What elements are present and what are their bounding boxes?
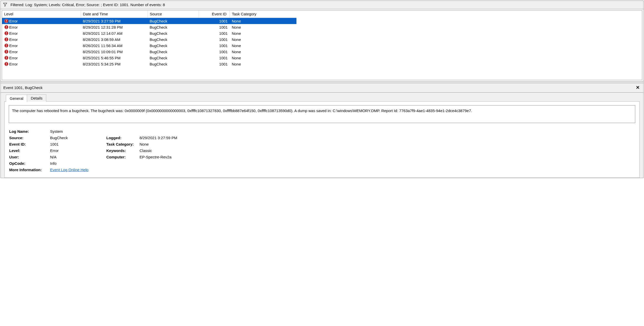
svg-rect-10: [6, 32, 7, 34]
cell-level: Error: [9, 56, 18, 60]
svg-rect-6: [6, 26, 7, 28]
cell-datetime: 8/29/2021 12:14:07 AM: [81, 30, 148, 36]
cell-taskcat: None: [230, 30, 296, 36]
cell-eventid: 1001: [199, 49, 230, 55]
table-row[interactable]: Error8/25/2021 10:09:01 PMBugCheck1001No…: [2, 49, 296, 55]
label-opcode: OpCode:: [9, 161, 50, 166]
cell-eventid: 1001: [199, 30, 230, 36]
table-row[interactable]: Error8/28/2021 3:08:59 AMBugCheck1001Non…: [2, 36, 296, 42]
svg-point-7: [6, 28, 7, 29]
svg-rect-18: [6, 44, 7, 46]
tab-general-body: The computer has rebooted from a bugchec…: [4, 101, 640, 178]
svg-point-19: [6, 46, 7, 47]
event-detail-pane: Event 1001, BugCheck ✕ General Details T…: [1, 83, 643, 178]
svg-point-23: [6, 52, 7, 53]
error-icon: [4, 31, 9, 36]
table-row[interactable]: Error8/29/2021 12:31:28 PMBugCheck1001No…: [2, 24, 296, 30]
error-icon: [4, 43, 9, 48]
tab-details[interactable]: Details: [27, 94, 46, 102]
filter-icon[interactable]: [3, 2, 7, 7]
close-icon[interactable]: ✕: [635, 85, 641, 90]
table-row[interactable]: Error8/26/2021 11:56:34 AMBugCheck1001No…: [2, 42, 296, 49]
cell-taskcat: None: [230, 24, 296, 30]
pane-splitter[interactable]: [1, 81, 643, 83]
error-icon: [4, 37, 9, 42]
cell-level: Error: [9, 37, 18, 42]
label-log-name: Log Name:: [9, 129, 50, 134]
error-icon: [4, 56, 9, 60]
table-empty-space: [2, 67, 642, 80]
cell-datetime: 8/29/2021 12:31:28 PM: [81, 24, 148, 30]
cell-taskcat: None: [230, 61, 296, 67]
value-source: BugCheck: [50, 136, 106, 140]
svg-rect-26: [6, 57, 7, 58]
table-row[interactable]: Error8/29/2021 3:27:59 PMBugCheck1001Non…: [2, 18, 296, 24]
cell-source: BugCheck: [148, 18, 199, 24]
svg-point-3: [6, 22, 7, 23]
error-icon: [4, 25, 9, 29]
cell-level: Error: [9, 25, 18, 29]
value-keywords: Classic: [140, 148, 221, 153]
value-logged: 8/29/2021 3:27:59 PM: [140, 136, 221, 140]
value-event-id: 1001: [50, 142, 106, 146]
cell-taskcat: None: [230, 55, 296, 61]
cell-datetime: 8/29/2021 3:27:59 PM: [81, 18, 148, 24]
filter-bar: Filtered: Log: System; Levels: Critical,…: [1, 1, 643, 9]
table-row[interactable]: Error8/29/2021 12:14:07 AMBugCheck1001No…: [2, 30, 296, 36]
cell-source: BugCheck: [148, 30, 199, 36]
svg-point-11: [6, 34, 7, 35]
cell-eventid: 1001: [199, 55, 230, 61]
svg-rect-30: [6, 63, 7, 64]
cell-source: BugCheck: [148, 36, 199, 42]
cell-eventid: 1001: [199, 24, 230, 30]
cell-datetime: 8/26/2021 11:56:34 AM: [81, 42, 148, 49]
value-user: N/A: [50, 155, 106, 159]
label-more-info: More Information:: [9, 168, 50, 172]
col-taskcat[interactable]: Task Category: [230, 10, 296, 18]
svg-rect-2: [6, 20, 7, 21]
col-source[interactable]: Source: [148, 10, 199, 18]
error-icon: [4, 49, 9, 54]
filter-summary: Filtered: Log: System; Levels: Critical,…: [10, 3, 165, 7]
cell-level: Error: [9, 31, 18, 36]
more-info-link[interactable]: Event Log Online Help: [50, 168, 88, 172]
label-keywords: Keywords:: [106, 148, 139, 153]
table-row[interactable]: Error8/25/2021 5:46:55 PMBugCheck1001Non…: [2, 55, 296, 61]
label-computer: Computer:: [106, 155, 139, 159]
cell-level: Error: [9, 62, 18, 66]
cell-taskcat: None: [230, 18, 296, 24]
detail-title: Event 1001, BugCheck: [3, 85, 42, 90]
cell-source: BugCheck: [148, 61, 199, 67]
col-datetime[interactable]: Date and Time: [81, 10, 148, 18]
svg-point-31: [6, 65, 7, 66]
cell-source: BugCheck: [148, 24, 199, 30]
cell-taskcat: None: [230, 49, 296, 55]
cell-eventid: 1001: [199, 18, 230, 24]
event-table[interactable]: Level Date and Time Source Event ID Task…: [2, 10, 296, 67]
svg-point-15: [6, 40, 7, 41]
svg-rect-22: [6, 50, 7, 52]
label-task-category: Task Category:: [106, 142, 139, 146]
detail-tabs: General Details: [6, 94, 640, 101]
error-icon: [4, 19, 9, 23]
cell-level: Error: [9, 44, 18, 48]
cell-level: Error: [9, 19, 18, 23]
cell-eventid: 1001: [199, 61, 230, 67]
event-description[interactable]: The computer has rebooted from a bugchec…: [9, 105, 635, 123]
label-source: Source:: [9, 136, 50, 140]
cell-eventid: 1001: [199, 36, 230, 42]
value-level: Error: [50, 148, 106, 153]
col-eventid[interactable]: Event ID: [199, 10, 230, 18]
event-table-wrap: Level Date and Time Source Event ID Task…: [2, 10, 642, 80]
error-icon: [4, 62, 9, 66]
cell-taskcat: None: [230, 36, 296, 42]
svg-rect-14: [6, 38, 7, 40]
cell-datetime: 8/23/2021 5:34:25 PM: [81, 61, 148, 67]
col-level[interactable]: Level: [2, 10, 81, 18]
column-headers[interactable]: Level Date and Time Source Event ID Task…: [2, 10, 296, 18]
cell-datetime: 8/28/2021 3:08:59 AM: [81, 36, 148, 42]
table-row[interactable]: Error8/23/2021 5:34:25 PMBugCheck1001Non…: [2, 61, 296, 67]
tab-general[interactable]: General: [6, 95, 27, 102]
event-properties: Log Name: System Source: BugCheck Logged…: [9, 129, 635, 172]
cell-eventid: 1001: [199, 42, 230, 49]
